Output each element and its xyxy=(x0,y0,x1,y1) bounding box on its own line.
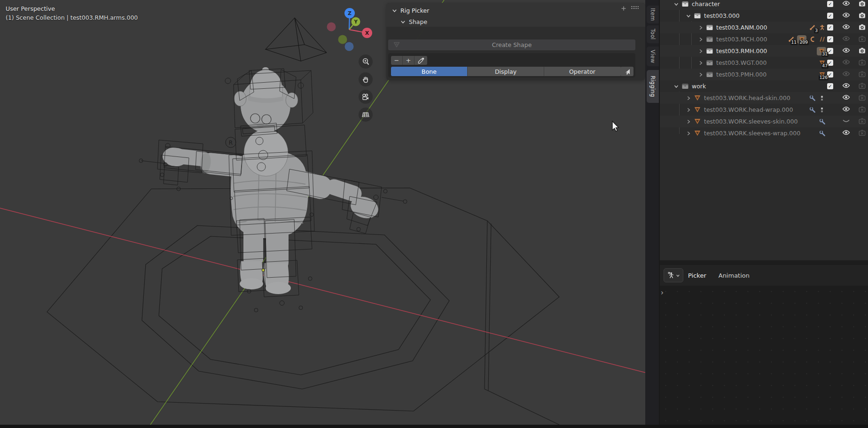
chevron-down-icon[interactable] xyxy=(672,84,680,89)
camera-view-button[interactable] xyxy=(359,90,373,104)
hide-eye-toggle[interactable] xyxy=(842,47,850,54)
add-button[interactable]: + xyxy=(403,56,414,65)
navigation-gizmo[interactable]: Z Y X xyxy=(324,4,376,55)
picker-editor-tab-picker[interactable]: Picker xyxy=(688,272,706,279)
chevron-right-icon[interactable] xyxy=(684,119,693,125)
hide-eye-toggle[interactable] xyxy=(842,12,850,19)
rig-picker-tab-display[interactable]: Display xyxy=(468,67,544,76)
chevron-right-icon[interactable] xyxy=(684,95,693,101)
outliner-row[interactable]: test003.PMH.000126✓ xyxy=(660,69,868,80)
render-camera-toggle[interactable] xyxy=(859,0,866,8)
hide-eye-toggle[interactable] xyxy=(842,71,850,78)
exclude-checkbox[interactable]: ✓ xyxy=(827,1,833,7)
outliner-row[interactable]: test003.WGT.00047✓ xyxy=(660,57,868,69)
exclude-checkbox[interactable]: ✓ xyxy=(827,24,833,31)
gizmo-x-positive[interactable]: X xyxy=(362,28,372,38)
zoom-tool-button[interactable] xyxy=(359,54,373,69)
outliner-item-label[interactable]: test003.RMH.000 xyxy=(716,47,767,54)
3d-viewport[interactable]: R User Perspective (1) Scene Collection … xyxy=(0,0,659,425)
render-camera-toggle[interactable] xyxy=(859,118,866,125)
tool-cursor-button[interactable] xyxy=(620,67,633,76)
gizmo-y-negative[interactable] xyxy=(338,35,347,44)
outliner-item-label[interactable]: test003.WORK.head-skin.000 xyxy=(704,94,790,101)
rig-picker-tab-operator[interactable]: Operator xyxy=(544,67,621,76)
chevron-right-icon[interactable] xyxy=(696,37,705,42)
outliner-item-label[interactable]: work xyxy=(692,83,706,90)
editor-type-button[interactable] xyxy=(664,268,683,282)
outliner-row[interactable]: test003.WORK.head-skin.000 xyxy=(660,92,868,104)
outliner-row[interactable]: character✓ xyxy=(660,0,868,10)
remove-button[interactable]: − xyxy=(391,56,403,65)
gizmo-z-negative[interactable] xyxy=(345,42,354,51)
plus-icon[interactable] xyxy=(621,6,626,11)
outliner-row[interactable]: test003.WORK.sleeves-wrap.000 xyxy=(660,127,868,139)
create-shape-button[interactable]: Create Shape xyxy=(388,39,635,50)
exclude-checkbox[interactable]: ✓ xyxy=(827,36,833,42)
render-camera-toggle[interactable] xyxy=(859,106,866,114)
outliner-item-label[interactable]: test003.000 xyxy=(704,12,740,19)
outliner-row[interactable]: test003.000✓ xyxy=(660,10,868,22)
render-camera-toggle[interactable] xyxy=(859,130,866,137)
outliner-item-label[interactable]: test003.WGT.000 xyxy=(716,59,766,66)
sidebar-tab-tool[interactable]: Tool xyxy=(647,25,659,43)
sidebar-tab-view[interactable]: View xyxy=(647,47,659,66)
chevron-right-icon[interactable] xyxy=(696,25,705,31)
outliner-item-label[interactable]: test003.ANM.000 xyxy=(716,24,767,31)
chevron-right-icon[interactable] xyxy=(684,131,693,136)
outliner-item-label[interactable]: test003.MCH.000 xyxy=(716,36,767,43)
picker-editor-tab-animation[interactable]: Animation xyxy=(719,272,750,279)
hide-eye-toggle[interactable] xyxy=(842,36,850,43)
render-camera-toggle[interactable] xyxy=(859,59,866,67)
render-camera-toggle[interactable] xyxy=(859,83,866,90)
region-expand-chevron[interactable]: › xyxy=(661,288,664,297)
drag-grip-icon[interactable] xyxy=(631,6,639,11)
render-camera-toggle[interactable] xyxy=(859,36,866,43)
outliner-item-label[interactable]: test003.PMH.000 xyxy=(716,71,766,78)
outliner-row[interactable]: test003.MCH.00011209✓ xyxy=(660,33,868,45)
outliner-item-label[interactable]: test003.WORK.head-wrap.000 xyxy=(704,106,793,113)
chevron-right-icon[interactable] xyxy=(696,72,705,78)
hide-eye-toggle[interactable] xyxy=(842,59,850,66)
hide-eye-toggle[interactable] xyxy=(842,106,850,113)
render-camera-toggle[interactable] xyxy=(859,94,866,102)
outliner-editor[interactable]: character✓test003.000✓test003.ANM.0003✓t… xyxy=(659,0,868,260)
gizmo-x-negative[interactable] xyxy=(327,23,336,31)
rig-picker-tab-bone[interactable]: Bone xyxy=(391,67,468,76)
hide-eye-toggle[interactable] xyxy=(842,130,850,137)
chevron-down-icon[interactable] xyxy=(672,1,680,7)
hide-eye-toggle[interactable] xyxy=(842,83,850,90)
hide-eye-toggle[interactable] xyxy=(842,0,850,8)
chevron-right-icon[interactable] xyxy=(696,60,705,66)
render-camera-toggle[interactable] xyxy=(859,24,866,31)
pan-tool-button[interactable] xyxy=(359,72,373,86)
hide-eye-toggle[interactable] xyxy=(842,24,850,31)
perspective-grid-button[interactable] xyxy=(359,108,373,122)
render-camera-toggle[interactable] xyxy=(859,71,866,78)
eyedropper-button[interactable] xyxy=(414,56,427,65)
r-bone-marker[interactable]: R xyxy=(226,137,236,148)
picker-editor[interactable]: PickerAnimation › xyxy=(659,260,868,425)
gizmo-z-positive[interactable]: Z xyxy=(344,8,355,18)
outliner-item-label[interactable]: test003.WORK.sleeves-wrap.000 xyxy=(704,130,800,137)
chevron-right-icon[interactable] xyxy=(684,107,693,113)
sidebar-tab-rigging[interactable]: Rigging xyxy=(647,70,659,103)
outliner-row[interactable]: test003.WORK.head-wrap.000 xyxy=(660,104,868,116)
hide-eye-toggle[interactable] xyxy=(842,118,850,125)
rig-picker-title-row[interactable]: Rig Picker xyxy=(392,5,429,16)
outliner-row[interactable]: work✓ xyxy=(660,80,868,92)
exclude-checkbox[interactable]: ✓ xyxy=(827,13,833,19)
exclude-checkbox[interactable]: ✓ xyxy=(827,83,833,89)
outliner-row[interactable]: test003.ANM.0003✓ xyxy=(660,22,868,33)
picker-editor-canvas[interactable] xyxy=(660,286,868,425)
hide-eye-toggle[interactable] xyxy=(842,94,850,101)
chevron-right-icon[interactable] xyxy=(696,48,705,54)
outliner-item-label[interactable]: character xyxy=(692,0,720,8)
chevron-down-icon[interactable] xyxy=(684,13,693,19)
outliner-row[interactable]: test003.WORK.sleeves-skin.000 xyxy=(660,116,868,127)
render-camera-toggle[interactable] xyxy=(859,47,866,55)
render-camera-toggle[interactable] xyxy=(859,12,866,20)
sidebar-tab-item[interactable]: Item xyxy=(647,6,659,23)
shape-section-header[interactable]: Shape xyxy=(400,16,427,27)
outliner-item-label[interactable]: test003.WORK.sleeves-skin.000 xyxy=(704,118,798,125)
outliner-row[interactable]: test003.RMH.00031✓ xyxy=(660,45,868,57)
